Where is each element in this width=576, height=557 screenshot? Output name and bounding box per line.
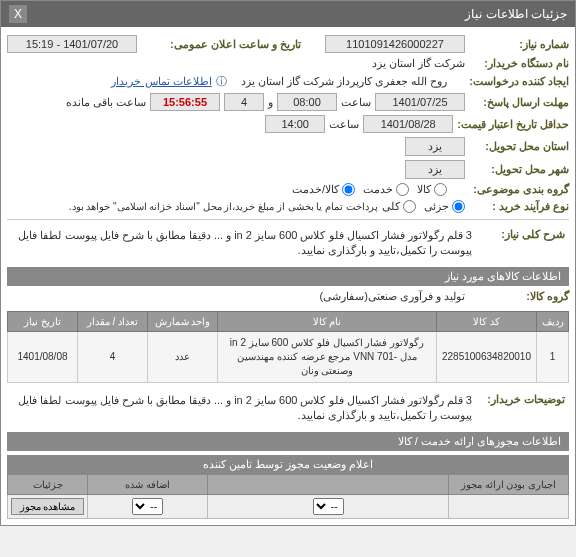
- cell-row: 1: [537, 331, 569, 382]
- cell-name: رگولاتور فشار اکسیال فلو کلاس 600 سایز 2…: [218, 331, 437, 382]
- cell-unit: عدد: [148, 331, 218, 382]
- buyer-contact-link[interactable]: اطلاعات تماس خریدار: [111, 75, 211, 88]
- col-code: کد کالا: [437, 311, 537, 331]
- buyer-org-value: شرکت گاز استان یزد: [372, 57, 465, 70]
- and-label: و: [268, 96, 273, 109]
- buyer-notes-text: 3 قلم رگولاتور فشار اکسیال فلو کلاس 600 …: [18, 393, 472, 424]
- requester-label: ایجاد کننده درخواست:: [451, 75, 569, 88]
- need-summary-block: شرح کلی نیاز: 3 قلم رگولاتور فشار اکسیال…: [7, 224, 569, 263]
- approval-sub-header: اعلام وضعیت مجوز توسط تامین کننده: [7, 455, 569, 474]
- need-summary-label: شرح کلی نیاز:: [475, 228, 565, 241]
- col-select: [208, 474, 449, 494]
- reply-time-value: 08:00: [277, 93, 337, 111]
- cell-date: 1401/08/08: [8, 331, 78, 382]
- radio-partial[interactable]: جزئی: [424, 200, 465, 213]
- remain-suffix: ساعت باقی مانده: [66, 96, 146, 109]
- need-no-value: 1101091426000227: [325, 35, 465, 53]
- remain-days: 4: [224, 93, 264, 111]
- job-city-value: یزد: [405, 160, 465, 179]
- items-section-header: اطلاعات کالاهای مورد نیاز: [7, 267, 569, 286]
- cell-select: --: [208, 494, 449, 518]
- buyer-notes-label: توضیحات خریدار:: [475, 393, 565, 406]
- approvals-section-header: اطلاعات مجوزهای ارائه خدمت / کالا: [7, 432, 569, 451]
- subject-group-label: گروه بندی موضوعی:: [451, 183, 569, 196]
- purchase-type-label: نوع فرآیند خرید :: [469, 200, 569, 213]
- approval-row: -- -- مشاهده مجوز: [8, 494, 569, 518]
- cell-mandatory: [449, 494, 569, 518]
- need-no-label: شماره نیاز:: [469, 38, 569, 51]
- job-province-label: استان محل تحویل:: [469, 140, 569, 153]
- radio-kala-service[interactable]: کالا/خدمت: [292, 183, 355, 196]
- radio-partial-input[interactable]: [452, 200, 465, 213]
- cell-code: 2285100634820010: [437, 331, 537, 382]
- radio-full-input[interactable]: [403, 200, 416, 213]
- subject-radio-group: کالا خدمت کالا/خدمت: [292, 183, 447, 196]
- buyer-org-label: نام دستگاه خریدار:: [469, 57, 569, 70]
- col-date: تاریخ نیاز: [8, 311, 78, 331]
- announce-date-label: تاریخ و ساعت اعلان عمومی:: [141, 38, 301, 51]
- dialog-window: جزئیات اطلاعات نیاز X شماره نیاز: 110109…: [0, 0, 576, 526]
- col-unit: واحد شمارش: [148, 311, 218, 331]
- approval-select[interactable]: --: [313, 498, 344, 515]
- main-content: شماره نیاز: 1101091426000227 تاریخ و ساع…: [1, 27, 575, 525]
- min-valid-time: 14:00: [265, 115, 325, 133]
- purchase-note: پرداخت تمام یا بخشی از مبلغ خرید،از محل …: [69, 201, 378, 212]
- col-mandatory: اجباری بودن ارائه مجوز: [449, 474, 569, 494]
- cell-details: مشاهده مجوز: [8, 494, 88, 518]
- radio-kala-service-input[interactable]: [342, 183, 355, 196]
- radio-service[interactable]: خدمت: [363, 183, 409, 196]
- min-valid-label: حداقل تاریخ اعتبار قیمت:: [457, 118, 569, 131]
- buyer-notes-block: توضیحات خریدار: 3 قلم رگولاتور فشار اکسی…: [7, 389, 569, 428]
- purchase-type-group: جزئی کلی: [382, 200, 465, 213]
- radio-kala-input[interactable]: [434, 183, 447, 196]
- radio-service-input[interactable]: [396, 183, 409, 196]
- min-valid-date: 1401/08/28: [363, 115, 453, 133]
- col-name: نام کالا: [218, 311, 437, 331]
- cell-added: --: [88, 494, 208, 518]
- need-summary-text: 3 قلم رگولاتور فشار اکسیال فلو کلاس 600 …: [18, 228, 472, 259]
- close-button[interactable]: X: [9, 5, 27, 23]
- job-city-label: شهر محل تحویل:: [469, 163, 569, 176]
- col-added: اضافه شده: [88, 474, 208, 494]
- radio-kala[interactable]: کالا: [417, 183, 447, 196]
- dialog-header: جزئیات اطلاعات نیاز X: [1, 1, 575, 27]
- requester-value: روح الله جعفری کارپرداز شرکت گاز استان ی…: [241, 75, 447, 88]
- dialog-title: جزئیات اطلاعات نیاز: [465, 7, 567, 21]
- col-row: ردیف: [537, 311, 569, 331]
- info-icon: ⓘ: [216, 74, 227, 89]
- countdown-timer: 15:56:55: [150, 93, 220, 111]
- radio-full[interactable]: کلی: [382, 200, 416, 213]
- items-table: ردیف کد کالا نام کالا واحد شمارش تعداد /…: [7, 311, 569, 383]
- added-select[interactable]: --: [132, 498, 163, 515]
- time-label-2: ساعت: [329, 118, 359, 131]
- time-label: ساعت: [341, 96, 371, 109]
- goods-group-value: تولید و فرآوری صنعتی(سفارشی): [320, 290, 466, 303]
- table-row: 1 2285100634820010 رگولاتور فشار اکسیال …: [8, 331, 569, 382]
- reply-deadline-label: مهلت ارسال پاسخ:: [469, 96, 569, 109]
- approval-table: اجباری بودن ارائه مجوز اضافه شده جزئیات …: [7, 474, 569, 519]
- job-province-value: یزد: [405, 137, 465, 156]
- cell-qty: 4: [78, 331, 148, 382]
- reply-date-value: 1401/07/25: [375, 93, 465, 111]
- goods-group-label: گروه کالا:: [469, 290, 569, 303]
- view-approval-button[interactable]: مشاهده مجوز: [11, 498, 85, 515]
- col-qty: تعداد / مقدار: [78, 311, 148, 331]
- announce-date-value: 1401/07/20 - 15:19: [7, 35, 137, 53]
- col-details: جزئیات: [8, 474, 88, 494]
